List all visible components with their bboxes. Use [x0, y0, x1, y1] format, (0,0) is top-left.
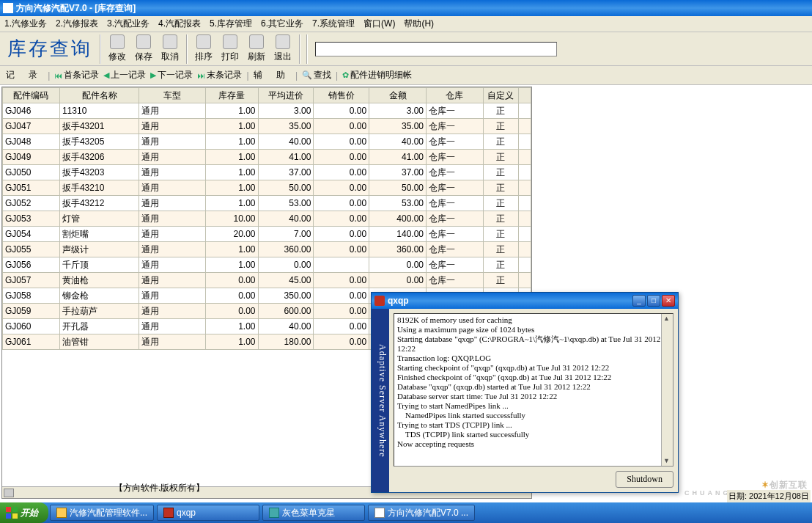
dialog-title-bar[interactable]: qxqp _ □ ✕ [372, 293, 678, 309]
task-item-folder[interactable]: 汽修汽配管理软件... [50, 505, 154, 521]
cell[interactable]: 通用 [139, 227, 206, 242]
cell[interactable]: 通用 [139, 165, 206, 180]
nav-last-record[interactable]: ⏭末条记录 [197, 69, 242, 81]
table-row[interactable]: GJ052扳手43212通用1.0053.000.0053.00仓库一正 [3, 196, 531, 211]
cell[interactable]: GJ059 [3, 304, 60, 319]
cell[interactable]: 1.00 [206, 150, 258, 165]
cell[interactable]: 37.00 [258, 165, 314, 180]
cell[interactable]: 0.00 [314, 211, 369, 227]
cell[interactable]: 53.00 [258, 196, 314, 211]
cell[interactable]: 仓库一 [427, 180, 484, 196]
cell[interactable]: 正 [483, 134, 518, 150]
cell[interactable]: 180.00 [258, 334, 314, 350]
cell[interactable]: GJ054 [3, 227, 60, 242]
cell[interactable]: 扳手43203 [59, 165, 139, 180]
cell[interactable]: 1.00 [206, 257, 258, 273]
col-header[interactable]: 销售价 [314, 88, 369, 103]
cell[interactable]: GJ058 [3, 288, 60, 304]
cell[interactable]: 通用 [139, 334, 206, 350]
cell[interactable]: 扳手43205 [59, 134, 139, 150]
table-row[interactable]: GJ053灯管通用10.0040.000.00400.00仓库一正 [3, 211, 531, 227]
cell[interactable]: 1.00 [206, 334, 258, 350]
minimize-button[interactable]: _ [632, 295, 646, 307]
cell[interactable]: 正 [483, 180, 518, 196]
cell[interactable]: 0.00 [369, 273, 427, 288]
menu-inventory[interactable]: 5.库存管理 [210, 18, 252, 30]
cell[interactable]: 1.00 [206, 165, 258, 180]
cell[interactable]: 1.00 [206, 180, 258, 196]
cell[interactable]: 1.00 [206, 242, 258, 257]
menu-parts-report[interactable]: 4.汽配报表 [158, 18, 201, 30]
cell[interactable]: 仓库一 [427, 257, 484, 273]
cell[interactable]: 0.00 [314, 288, 369, 304]
cell[interactable]: 360.00 [258, 242, 314, 257]
cell[interactable]: 黄油枪 [59, 273, 139, 288]
col-header[interactable]: 配件编码 [3, 88, 60, 103]
nav-prev-record[interactable]: ◀上一记录 [103, 69, 146, 81]
cell[interactable]: 3.00 [369, 103, 427, 119]
menu-system[interactable]: 7.系统管理 [312, 18, 355, 30]
cell[interactable]: 仓库一 [427, 150, 484, 165]
cell[interactable]: GJ055 [3, 242, 60, 257]
cell[interactable]: 0.00 [314, 180, 369, 196]
cell[interactable]: 360.00 [369, 242, 427, 257]
cell[interactable]: 正 [483, 196, 518, 211]
cell[interactable]: 通用 [139, 319, 206, 334]
cell[interactable]: 41.00 [258, 150, 314, 165]
cell[interactable]: 扳手43206 [59, 150, 139, 165]
cell[interactable]: 0.00 [314, 196, 369, 211]
cell[interactable]: 正 [483, 242, 518, 257]
col-header[interactable]: 库存量 [206, 88, 258, 103]
cell[interactable]: 通用 [139, 134, 206, 150]
cell[interactable]: 7.00 [258, 227, 314, 242]
cell[interactable]: 1.00 [206, 134, 258, 150]
cell[interactable]: 600.00 [258, 304, 314, 319]
cell[interactable]: 正 [483, 165, 518, 180]
cell[interactable]: 仓库一 [427, 196, 484, 211]
cell[interactable]: GJ052 [3, 196, 60, 211]
cell[interactable]: 1.00 [206, 119, 258, 134]
nav-find[interactable]: 🔍查找 [302, 69, 331, 81]
scroll-thumb[interactable] [4, 489, 14, 497]
cancel-button[interactable]: 取消 [157, 34, 183, 64]
table-row[interactable]: GJ051扳手43210通用1.0050.000.0050.00仓库一正 [3, 180, 531, 196]
cell[interactable]: 3.00 [258, 103, 314, 119]
col-header[interactable]: 自定义 [483, 88, 518, 103]
cell[interactable]: 正 [483, 273, 518, 288]
cell[interactable]: 油管钳 [59, 334, 139, 350]
start-button[interactable]: 开始 [0, 502, 48, 523]
task-item-app[interactable]: 方向汽修汽配V7.0 ... [368, 505, 475, 521]
cell[interactable]: 1.00 [206, 319, 258, 334]
title-bar[interactable]: 方向汽修汽配V7.0 - [库存查询] [0, 0, 812, 16]
cell[interactable]: 仓库一 [427, 211, 484, 227]
cell[interactable]: 35.00 [369, 119, 427, 134]
cell[interactable]: 40.00 [258, 319, 314, 334]
cell[interactable]: 正 [483, 257, 518, 273]
cell[interactable]: GJ050 [3, 165, 60, 180]
cell[interactable]: 仓库一 [427, 273, 484, 288]
cell[interactable]: 通用 [139, 304, 206, 319]
cell[interactable]: 仓库一 [427, 227, 484, 242]
cell[interactable]: 0.00 [314, 150, 369, 165]
cell[interactable]: 通用 [139, 273, 206, 288]
cell[interactable]: 0.00 [369, 257, 427, 273]
cell[interactable]: 11310 [59, 103, 139, 119]
cell[interactable]: GJ049 [3, 150, 60, 165]
cell[interactable]: 40.00 [258, 134, 314, 150]
cell[interactable]: 35.00 [258, 119, 314, 134]
cell[interactable]: 0.00 [314, 319, 369, 334]
col-header[interactable]: 车型 [139, 88, 206, 103]
log-scrollbar[interactable] [661, 314, 673, 466]
cell[interactable]: 41.00 [369, 150, 427, 165]
nav-next-record[interactable]: ▶下一记录 [150, 69, 193, 81]
cell[interactable]: 0.00 [314, 242, 369, 257]
modify-button[interactable]: 修改 [104, 34, 130, 64]
cell[interactable]: 0.00 [314, 119, 369, 134]
cell[interactable]: 10.00 [206, 211, 258, 227]
cell[interactable]: 声级计 [59, 242, 139, 257]
cell[interactable]: 割炬嘴 [59, 227, 139, 242]
cell[interactable]: 0.00 [314, 227, 369, 242]
cell[interactable]: GJ047 [3, 119, 60, 134]
cell[interactable]: 0.00 [314, 273, 369, 288]
col-header[interactable]: 平均进价 [258, 88, 314, 103]
